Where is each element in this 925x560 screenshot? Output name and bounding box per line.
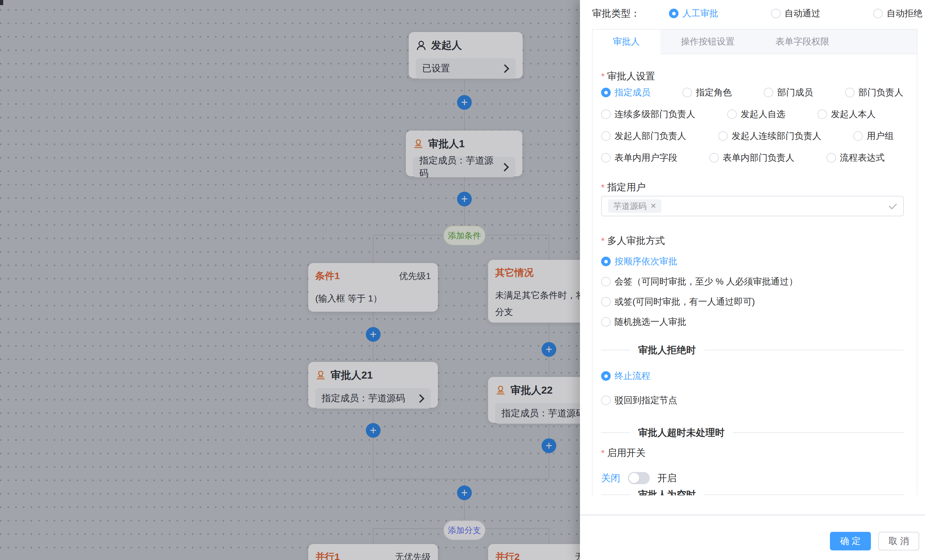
radio-icon [601,371,611,381]
radio-initiator-dept-leader[interactable]: 发起人部门负责人 [601,131,686,142]
remove-tag-icon[interactable]: ✕ [650,202,656,210]
radio-icon [601,131,611,141]
timeout-section-divider: 审批人超时未处理时 [601,427,904,438]
user-tag: 芋道源码 ✕ [608,199,661,213]
reject-section-title: 审批人拒绝时 [638,344,696,357]
multi-mode-label: 多人审批方式 [601,234,665,247]
approver-setting-radio-group: 指定成员 指定角色 部门成员 部门负责人 连续多级部门负责人 发起人自选 发起人… [601,87,906,163]
timeout-section-title: 审批人超时未处理时 [638,426,725,440]
tabs-header: 审批人 操作按钮设置 表单字段权限 [592,29,917,54]
timeout-toggle[interactable] [628,472,650,484]
radio-icon [601,153,611,163]
radio-auto-reject[interactable]: 自动拒绝 [873,8,922,19]
switch-off-label: 关闭 [601,472,620,485]
assign-user-select[interactable]: 芋道源码 ✕ [601,196,904,216]
radio-initiator-multi-dept-leader[interactable]: 发起人连续部门负责人 [718,131,821,142]
radio-or-sign[interactable]: 或签(可同时审批，有一人通过即可) [601,296,798,307]
radio-manual-approve[interactable]: 人工审批 [669,8,718,19]
radio-icon [601,297,611,307]
radio-form-dept-leader[interactable]: 表单内部门负责人 [709,152,794,163]
radio-multi-level-dept-leader[interactable]: 连续多级部门负责人 [601,109,695,120]
approve-type-label: 审批类型： [592,7,640,20]
multi-mode-radio-group: 按顺序依次审批 会签（可同时审批，至少 % 人必须审批通过） 或签(可同时审批，… [601,256,798,327]
approval-settings-drawer: 审批类型： 人工审批 自动通过 自动拒绝 审批人 操作按钮设 [580,0,925,560]
radio-icon [601,257,611,266]
empty-section-divider: 审批人为空时 [601,488,904,495]
reject-radio-group: 终止流程 驳回到指定节点 [601,370,677,406]
radio-icon [727,110,737,119]
cancel-button[interactable]: 取 消 [878,532,919,550]
reject-section-divider: 审批人拒绝时 [601,344,904,356]
radio-dept-leader[interactable]: 部门负责人 [845,87,903,98]
radio-process-expression[interactable]: 流程表达式 [826,152,885,163]
radio-icon [601,317,611,327]
radio-icon [601,110,611,119]
radio-dept-member[interactable]: 部门成员 [764,87,813,98]
radio-user-group[interactable]: 用户组 [853,131,893,142]
timeout-switch-row: 关闭 开启 [601,471,676,485]
radio-sequential-approve[interactable]: 按顺序依次审批 [601,256,798,267]
radio-icon [845,88,854,97]
radio-return-to-node[interactable]: 驳回到指定节点 [601,395,677,406]
radio-initiator-select[interactable]: 发起人自选 [727,109,785,120]
radio-icon [826,153,836,163]
chevron-down-icon [889,201,897,209]
switch-on-label: 开启 [657,472,676,485]
radio-icon [601,277,611,286]
assign-user-label: 指定用户 [601,181,646,194]
footer-divider [580,514,925,516]
radio-auto-approve[interactable]: 自动通过 [771,8,820,19]
tab-approver[interactable]: 审批人 [592,29,660,54]
radio-icon [771,9,780,18]
radio-icon [601,396,611,405]
radio-countersign[interactable]: 会签（可同时审批，至少 % 人必须审批通过） [601,276,798,287]
radio-icon [601,88,611,97]
radio-icon [764,88,773,97]
empty-section-title: 审批人为空时 [638,488,696,496]
enable-switch-label: 启用开关 [601,446,646,459]
radio-terminate-process[interactable]: 终止流程 [601,370,677,381]
tab-button-settings[interactable]: 操作按钮设置 [660,29,755,54]
approve-type-radio-group: 人工审批 自动通过 自动拒绝 [669,8,922,19]
radio-icon [718,131,728,141]
drawer-scroll-area[interactable]: 审批类型： 人工审批 自动通过 自动拒绝 审批人 操作按钮设 [580,0,925,495]
radio-icon [669,9,679,18]
radio-random-one[interactable]: 随机挑选一人审批 [601,316,798,327]
radio-designated-member[interactable]: 指定成员 [601,87,650,98]
user-tag-label: 芋道源码 [613,201,646,212]
radio-icon [873,9,883,18]
tab-form-field-permissions[interactable]: 表单字段权限 [755,29,850,54]
radio-icon [853,131,863,141]
radio-icon [709,153,719,163]
radio-designated-role[interactable]: 指定角色 [682,87,732,98]
confirm-button[interactable]: 确 定 [830,532,871,550]
toggle-knob [629,473,639,483]
radio-icon [818,110,827,119]
radio-initiator-self[interactable]: 发起人本人 [818,109,876,120]
approver-setting-label: 审批人设置 [601,70,655,83]
radio-icon [682,88,692,97]
radio-form-user-field[interactable]: 表单内用户字段 [601,152,677,163]
